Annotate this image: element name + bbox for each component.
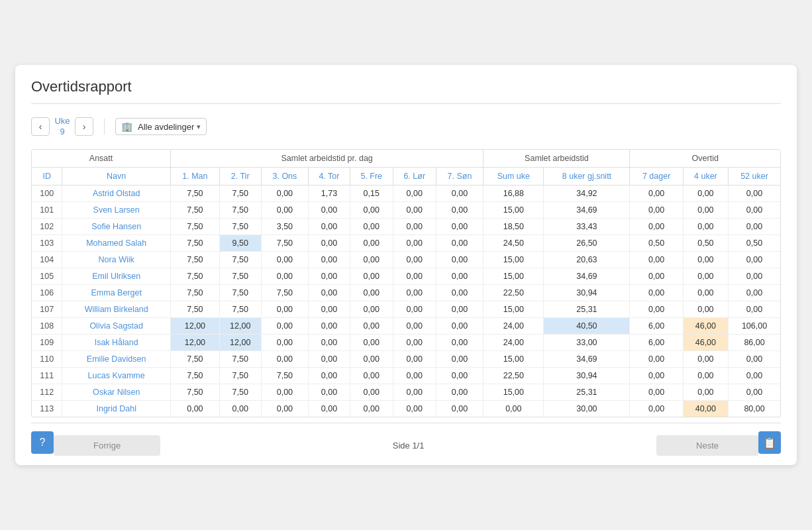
cell-tor: 0,00 (309, 201, 350, 218)
cell-tor: 0,00 (309, 350, 350, 367)
table-row: 105 Emil Ulriksen 7,50 7,50 0,00 0,00 0,… (32, 268, 780, 284)
cell-lor: 0,00 (393, 334, 436, 350)
table-row: 100 Astrid Olstad 7,50 7,50 0,00 1,73 0,… (32, 185, 780, 201)
col-d7: 7 dager (630, 167, 683, 185)
cell-man: 7,50 (171, 367, 220, 384)
col-ons: 3. Ons (261, 167, 309, 185)
cell-u4: 46,00 (683, 334, 728, 350)
cell-name: Astrid Olstad (62, 185, 171, 201)
table-row: 108 Olivia Sagstad 12,00 12,00 0,00 0,00… (32, 317, 780, 334)
cell-tir: 7,50 (219, 251, 261, 268)
cell-fre: 0,00 (350, 334, 393, 350)
cell-son: 0,00 (436, 218, 483, 235)
cell-d7: 0,50 (630, 235, 683, 251)
cell-name: Ingrid Dahl (62, 400, 171, 417)
cell-id: 103 (32, 235, 62, 251)
col-u52: 52 uker (729, 167, 780, 185)
next-week-button[interactable]: › (75, 117, 93, 136)
cell-fre: 0,00 (350, 268, 393, 284)
cell-d7: 0,00 (630, 367, 683, 384)
cell-son: 0,00 (436, 235, 483, 251)
cell-id: 106 (32, 284, 62, 301)
department-selector[interactable]: 🏢 Alle avdelinger ▾ (115, 118, 207, 135)
cell-son: 0,00 (436, 251, 483, 268)
cell-tor: 0,00 (309, 367, 350, 384)
cell-u52: 0,00 (729, 350, 780, 367)
cell-u52: 0,50 (729, 235, 780, 251)
cell-tor: 0,00 (309, 235, 350, 251)
building-icon: 🏢 (121, 121, 132, 132)
col-tir: 2. Tir (219, 167, 261, 185)
cell-u4: 0,00 (683, 284, 728, 301)
cell-lor: 0,00 (393, 268, 436, 284)
cell-son: 0,00 (436, 185, 483, 201)
cell-gj: 34,69 (544, 350, 630, 367)
cell-tir: 7,50 (219, 268, 261, 284)
group-samlet: Samlet arbeidstid (483, 150, 630, 168)
cell-d7: 0,00 (630, 284, 683, 301)
cell-lor: 0,00 (393, 185, 436, 201)
col-tor: 4. Tor (309, 167, 350, 185)
export-button[interactable]: 📋 (758, 431, 781, 454)
cell-lor: 0,00 (393, 317, 436, 334)
cell-man: 12,00 (171, 317, 220, 334)
cell-lor: 0,00 (393, 350, 436, 367)
cell-fre: 0,00 (350, 235, 393, 251)
cell-d7: 0,00 (630, 218, 683, 235)
cell-ons: 0,00 (261, 350, 309, 367)
col-fre: 5. Fre (350, 167, 393, 185)
cell-lor: 0,00 (393, 218, 436, 235)
cell-u4: 0,00 (683, 218, 728, 235)
cell-sum: 18,50 (483, 218, 544, 235)
cell-man: 7,50 (171, 350, 220, 367)
cell-gj: 25,31 (544, 384, 630, 400)
page-info: Side 1/1 (393, 441, 425, 450)
cell-tir: 9,50 (219, 235, 261, 251)
cell-id: 102 (32, 218, 62, 235)
table-row: 113 Ingrid Dahl 0,00 0,00 0,00 0,00 0,00… (32, 400, 780, 417)
cell-gj: 26,50 (544, 235, 630, 251)
cell-tir: 7,50 (219, 284, 261, 301)
cell-son: 0,00 (436, 201, 483, 218)
col-gj: 8 uker gj.snitt (544, 167, 630, 185)
cell-gj: 30,94 (544, 284, 630, 301)
cell-son: 0,00 (436, 317, 483, 334)
cell-lor: 0,00 (393, 251, 436, 268)
cell-u4: 0,00 (683, 201, 728, 218)
cell-id: 111 (32, 367, 62, 384)
cell-gj: 33,43 (544, 218, 630, 235)
pagination-bar: Forrige Side 1/1 Neste (54, 435, 758, 456)
cell-tor: 0,00 (309, 284, 350, 301)
cell-name: Emilie Davidsen (62, 350, 171, 367)
cell-ons: 0,00 (261, 268, 309, 284)
cell-son: 0,00 (436, 350, 483, 367)
cell-ons: 7,50 (261, 235, 309, 251)
toolbar: ‹ Uke 9 › 🏢 Alle avdelinger ▾ (31, 116, 781, 136)
help-button[interactable]: ? (31, 431, 54, 454)
col-id: ID (32, 167, 62, 185)
cell-fre: 0,00 (350, 367, 393, 384)
cell-d7: 6,00 (630, 317, 683, 334)
cell-u52: 0,00 (729, 384, 780, 400)
cell-man: 7,50 (171, 284, 220, 301)
cell-d7: 6,00 (630, 334, 683, 350)
cell-man: 7,50 (171, 218, 220, 235)
cell-tir: 12,00 (219, 317, 261, 334)
cell-name: Nora Wiik (62, 251, 171, 268)
cell-tor: 1,73 (309, 185, 350, 201)
cell-u52: 0,00 (729, 367, 780, 384)
cell-sum: 16,88 (483, 185, 544, 201)
cell-name: Olivia Sagstad (62, 317, 171, 334)
cell-sum: 15,00 (483, 350, 544, 367)
prev-page-button[interactable]: Forrige (54, 435, 160, 456)
group-arbeidstid: Samlet arbeidstid pr. dag (171, 150, 483, 168)
prev-week-button[interactable]: ‹ (31, 117, 50, 136)
cell-ons: 0,00 (261, 201, 309, 218)
cell-lor: 0,00 (393, 301, 436, 317)
next-page-button[interactable]: Neste (656, 435, 758, 456)
cell-id: 104 (32, 251, 62, 268)
cell-sum: 15,00 (483, 201, 544, 218)
cell-u4: 40,00 (683, 400, 728, 417)
col-navn: Navn (62, 167, 171, 185)
cell-ons: 0,00 (261, 185, 309, 201)
